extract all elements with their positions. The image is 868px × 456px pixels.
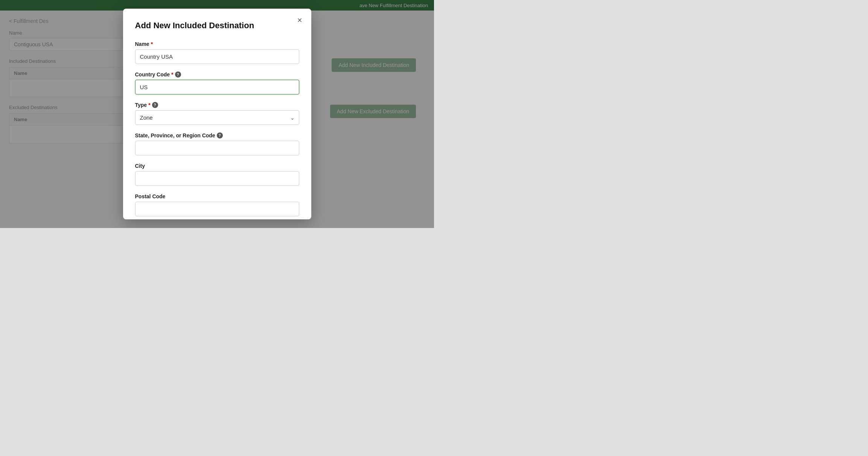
city-field-group: City [135,163,299,186]
country-code-field-group: Country Code * ? [135,71,299,94]
country-code-field-label: Country Code * ? [135,71,299,78]
modal-overlay: Add New Included Destination × Name * Co… [0,0,434,228]
country-code-required-star: * [171,71,173,78]
type-select[interactable]: Zone Country State City Postal [135,110,299,125]
name-required-star: * [151,41,153,47]
name-field-label: Name * [135,41,299,47]
state-field-label: State, Province, or Region Code ? [135,132,299,138]
type-required-star: * [148,102,150,108]
type-field-label: Type * ? [135,102,299,108]
modal-title: Add New Included Destination [135,21,299,30]
state-input[interactable] [135,141,299,155]
type-field-group: Type * ? Zone Country State City Postal … [135,102,299,125]
city-field-label: City [135,163,299,169]
type-help-icon: ? [152,102,158,108]
postal-input[interactable] [135,202,299,216]
country-code-help-icon: ? [175,71,181,78]
state-field-group: State, Province, or Region Code ? [135,132,299,155]
postal-field-group: Postal Code [135,193,299,216]
city-input[interactable] [135,171,299,186]
modal-close-button[interactable]: × [297,16,302,24]
state-help-icon: ? [217,132,223,138]
name-field-group: Name * [135,41,299,64]
modal-dialog: Add New Included Destination × Name * Co… [123,9,311,219]
name-input[interactable] [135,49,299,64]
country-code-input[interactable] [135,80,299,94]
postal-field-label: Postal Code [135,193,299,199]
type-select-wrapper: Zone Country State City Postal ⌄ [135,110,299,125]
